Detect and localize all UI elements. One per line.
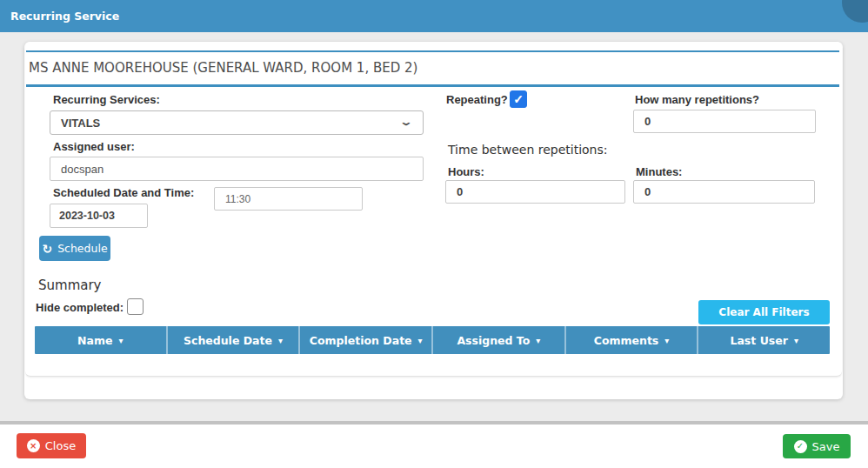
recurring-services-select[interactable]: VITALS ⌄	[50, 110, 424, 135]
time-between-repetitions-label: Time between repetitions:	[448, 143, 607, 157]
checkmark-icon: ✓	[511, 91, 526, 107]
close-icon: ×	[27, 439, 40, 452]
window-title: Recurring Service	[10, 10, 119, 23]
hours-input[interactable]	[445, 180, 625, 204]
repetitions-label: How many repetitions?	[635, 93, 759, 106]
sort-arrow-icon: ▾	[119, 336, 124, 345]
sort-arrow-icon: ▾	[664, 336, 669, 345]
schedule-button[interactable]: ↻ Schedule	[39, 236, 110, 261]
minutes-input[interactable]	[633, 180, 815, 204]
hide-completed-label: Hide completed:	[36, 301, 124, 314]
repetitions-input[interactable]	[633, 110, 816, 133]
column-header-schedule-date[interactable]: Schedule Date ▾	[168, 326, 301, 354]
footer-bar	[0, 425, 868, 468]
sort-arrow-icon: ▾	[418, 336, 423, 345]
repeating-label: Repeating?	[446, 93, 508, 106]
close-button[interactable]: × Close	[17, 433, 86, 458]
column-header-name[interactable]: Name ▾	[35, 326, 168, 354]
save-check-icon: ✓	[794, 440, 807, 453]
patient-banner: MS ANNE MOOREHOUSE (GENERAL WARD, ROOM 1…	[26, 50, 839, 87]
column-header-completion-date[interactable]: Completion Date ▾	[300, 326, 433, 354]
chevron-down-icon: ⌄	[399, 116, 413, 128]
assigned-user-label: Assigned user:	[53, 140, 135, 153]
recurring-services-value: VITALS	[61, 117, 100, 130]
scheduled-date-time-label: Scheduled Date and Time:	[53, 186, 194, 199]
sort-arrow-icon: ▾	[794, 336, 798, 345]
close-button-label: Close	[45, 439, 76, 452]
hide-completed-checkbox[interactable]: ✓	[127, 298, 144, 315]
schedule-button-label: Schedule	[57, 242, 107, 255]
save-button-label: Save	[812, 440, 840, 453]
column-header-last-user[interactable]: Last User ▾	[698, 326, 830, 354]
scheduled-date-input[interactable]	[50, 204, 148, 228]
scheduled-time-input[interactable]	[214, 187, 363, 211]
hours-label: Hours:	[448, 165, 484, 178]
recurring-services-label: Recurring Services:	[53, 93, 160, 106]
sort-arrow-icon: ▾	[278, 336, 283, 345]
save-button[interactable]: ✓ Save	[783, 434, 851, 458]
repeating-checkbox[interactable]: ✓	[510, 90, 527, 108]
refresh-icon: ↻	[42, 243, 52, 255]
clear-all-filters-label: Clear All Filters	[718, 306, 809, 318]
minutes-label: Minutes:	[636, 165, 682, 178]
summary-table-header: Name ▾ Schedule Date ▾ Completion Date ▾…	[35, 326, 830, 354]
sort-arrow-icon: ▾	[536, 336, 540, 345]
assigned-user-input[interactable]	[50, 157, 424, 181]
summary-title: Summary	[38, 277, 102, 293]
recurring-service-window: Recurring Service MS ANNE MOOREHOUSE (GE…	[0, 0, 868, 468]
clear-all-filters-button[interactable]: Clear All Filters	[698, 300, 830, 324]
column-header-assigned-to[interactable]: Assigned To ▾	[433, 326, 566, 354]
column-header-comments[interactable]: Comments ▾	[566, 326, 699, 354]
corner-circle-decoration	[842, 0, 868, 23]
app-header-bar: Recurring Service	[0, 0, 868, 32]
